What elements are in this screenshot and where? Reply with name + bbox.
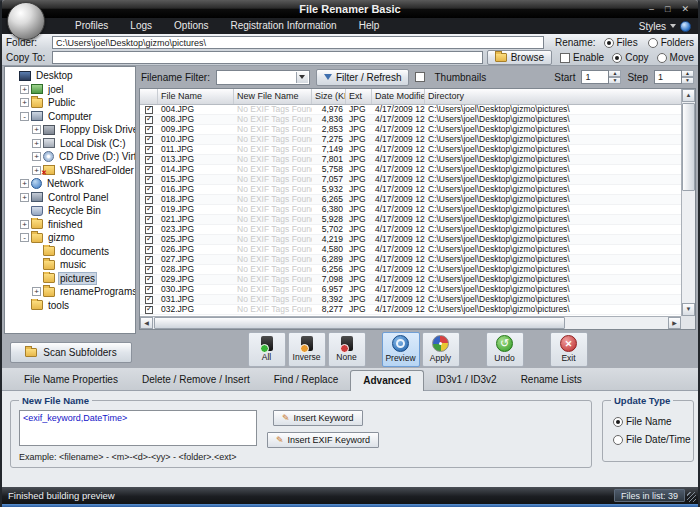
expand-icon[interactable]: +: [20, 179, 29, 188]
folder-input[interactable]: [52, 36, 544, 49]
scroll-left-icon[interactable]: [140, 317, 153, 329]
table-row[interactable]: 028.JPGNo EXIF Tags Found6,256JPG4/17/20…: [140, 265, 681, 275]
horizontal-scroll-thumb[interactable]: [154, 317, 565, 329]
table-row[interactable]: 010.JPGNo EXIF Tags Found7,275JPG4/17/20…: [140, 135, 681, 145]
table-row[interactable]: 013.JPGNo EXIF Tags Found7,801JPG4/17/20…: [140, 155, 681, 165]
table-row[interactable]: 016.JPGNo EXIF Tags Found5,932JPG4/17/20…: [140, 185, 681, 195]
column-header-directory[interactable]: Directory: [425, 89, 681, 104]
tab-rename-lists[interactable]: Rename Lists: [509, 370, 594, 390]
horizontal-scrollbar[interactable]: [140, 316, 681, 329]
menu-item-registration-information[interactable]: Registration Information: [220, 18, 348, 34]
row-checkbox[interactable]: [145, 206, 153, 214]
table-row[interactable]: 021.JPGNo EXIF Tags Found5,928JPG4/17/20…: [140, 215, 681, 225]
step-spinner[interactable]: [682, 70, 694, 84]
row-checkbox[interactable]: [145, 156, 153, 164]
table-row[interactable]: 004.JPGNo EXIF Tags Found4,976JPG4/17/20…: [140, 105, 681, 115]
thumbnails-checkbox[interactable]: [415, 72, 425, 82]
styles-menu[interactable]: Styles: [639, 18, 691, 34]
apply-button[interactable]: Apply: [422, 332, 460, 367]
row-checkbox[interactable]: [145, 236, 153, 244]
expand-icon[interactable]: +: [32, 152, 41, 161]
maximize-button[interactable]: □: [665, 5, 670, 14]
row-checkbox[interactable]: [145, 216, 153, 224]
tree-item-recycle-bin[interactable]: Recycle Bin: [5, 204, 135, 218]
new-file-name-input[interactable]: <exif_keyword,DateTime>: [19, 410, 257, 446]
row-checkbox[interactable]: [145, 146, 153, 154]
file-name-radio[interactable]: [613, 417, 623, 427]
row-checkbox[interactable]: [145, 126, 153, 134]
tree-item-music[interactable]: music: [5, 258, 135, 272]
table-row[interactable]: 008.JPGNo EXIF Tags Found4,836JPG4/17/20…: [140, 115, 681, 125]
tree-item-documents[interactable]: documents: [5, 245, 135, 259]
filter-refresh-button[interactable]: Filter / Refresh: [316, 69, 410, 86]
row-checkbox[interactable]: [145, 116, 153, 124]
browse-button[interactable]: Browse: [487, 50, 552, 65]
move-radio[interactable]: [657, 53, 667, 63]
close-button[interactable]: ✕: [681, 5, 689, 14]
row-checkbox[interactable]: [145, 176, 153, 184]
row-checkbox[interactable]: [145, 246, 153, 254]
expand-icon[interactable]: +: [32, 125, 41, 134]
table-row[interactable]: 025.JPGNo EXIF Tags Found4,219JPG4/17/20…: [140, 235, 681, 245]
table-row[interactable]: 029.JPGNo EXIF Tags Found7,098JPG4/17/20…: [140, 275, 681, 285]
tab-id3v1-id3v2[interactable]: ID3v1 / ID3v2: [424, 370, 509, 390]
tree-item-floppy-disk-drive-a[interactable]: +Floppy Disk Drive (A:): [5, 123, 135, 137]
table-row[interactable]: 011.JPGNo EXIF Tags Found7,149JPG4/17/20…: [140, 145, 681, 155]
tab-file-name-properties[interactable]: File Name Properties: [12, 370, 130, 390]
table-row[interactable]: 009.JPGNo EXIF Tags Found2,853JPG4/17/20…: [140, 125, 681, 135]
all-button[interactable]: All: [248, 332, 286, 367]
tree-item-desktop[interactable]: Desktop: [5, 69, 135, 83]
spin-up-icon[interactable]: [609, 70, 621, 77]
title-bar[interactable]: File Renamer Basic – □ ✕: [2, 0, 698, 18]
menu-item-profiles[interactable]: Profiles: [64, 18, 119, 34]
table-row[interactable]: 014.JPGNo EXIF Tags Found5,758JPG4/17/20…: [140, 165, 681, 175]
tree-item-renameprograms[interactable]: +renamePrograms: [5, 285, 135, 299]
tree-item-gizmo[interactable]: -gizmo: [5, 231, 135, 245]
expand-icon[interactable]: +: [20, 98, 29, 107]
table-row[interactable]: 030.JPGNo EXIF Tags Found6,957JPG4/17/20…: [140, 285, 681, 295]
row-checkbox[interactable]: [145, 226, 153, 234]
start-spinner[interactable]: [609, 70, 621, 84]
copy-to-input[interactable]: [52, 51, 483, 64]
tree-item-tools[interactable]: tools: [5, 299, 135, 313]
spin-down-icon[interactable]: [609, 77, 621, 84]
expand-icon[interactable]: +: [20, 220, 29, 229]
table-row[interactable]: 023.JPGNo EXIF Tags Found5,702JPG4/17/20…: [140, 225, 681, 235]
step-input[interactable]: [654, 70, 682, 84]
table-row[interactable]: 026.JPGNo EXIF Tags Found4,580JPG4/17/20…: [140, 245, 681, 255]
tree-item-network[interactable]: +Network: [5, 177, 135, 191]
tree-item-joel[interactable]: +joel: [5, 83, 135, 97]
vertical-scroll-thumb[interactable]: [682, 103, 695, 191]
spin-down-icon[interactable]: [682, 77, 694, 84]
table-row[interactable]: 027.JPGNo EXIF Tags Found6,289JPG4/17/20…: [140, 255, 681, 265]
row-checkbox[interactable]: [145, 286, 153, 294]
dropdown-arrow-icon[interactable]: [296, 72, 308, 83]
rename-files-radio[interactable]: [604, 38, 614, 48]
insert-exif-keyword-button[interactable]: Insert EXIF Keyword: [267, 432, 379, 448]
column-header-ext[interactable]: Ext: [346, 89, 372, 104]
table-row[interactable]: 019.JPGNo EXIF Tags Found6,380JPG4/17/20…: [140, 205, 681, 215]
row-checkbox[interactable]: [145, 256, 153, 264]
start-input[interactable]: [581, 70, 609, 84]
menu-item-options[interactable]: Options: [163, 18, 219, 34]
vertical-scrollbar[interactable]: [681, 89, 695, 316]
tree-item-finished[interactable]: +finished: [5, 218, 135, 232]
tree-item-cd-drive-d-virtualbox-guest[interactable]: +CD Drive (D:) VirtualBox Guest: [5, 150, 135, 164]
tree-item-local-disk-c[interactable]: +Local Disk (C:): [5, 137, 135, 151]
table-row[interactable]: 032.JPGNo EXIF Tags Found8,277JPG4/17/20…: [140, 305, 681, 315]
scroll-down-icon[interactable]: [682, 303, 695, 316]
expand-icon[interactable]: +: [32, 287, 41, 296]
row-checkbox[interactable]: [145, 296, 153, 304]
row-checkbox[interactable]: [145, 166, 153, 174]
column-header-date-modified[interactable]: Date Modified: [372, 89, 425, 104]
column-header-size-kb[interactable]: Size (KB): [312, 89, 346, 104]
tree-item-pictures[interactable]: pictures: [5, 272, 135, 286]
table-row[interactable]: 018.JPGNo EXIF Tags Found6,265JPG4/17/20…: [140, 195, 681, 205]
row-checkbox[interactable]: [145, 196, 153, 204]
enable-checkbox[interactable]: [560, 53, 570, 63]
tab-delete-remove-insert[interactable]: Delete / Remove / Insert: [130, 370, 262, 390]
row-checkbox[interactable]: [145, 186, 153, 194]
row-checkbox[interactable]: [145, 306, 153, 314]
tree-item-public[interactable]: +Public: [5, 96, 135, 110]
rename-folders-radio[interactable]: [648, 38, 658, 48]
